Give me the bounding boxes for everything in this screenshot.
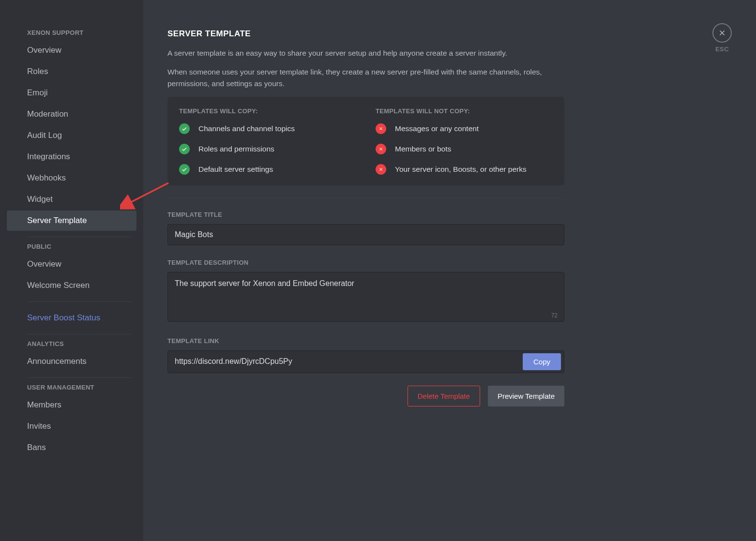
x-icon — [376, 123, 386, 134]
sidebar-item-webhooks[interactable]: Webhooks — [7, 168, 136, 188]
sidebar-divider — [27, 301, 132, 302]
sidebar-divider — [27, 377, 132, 378]
will-copy-item: Channels and channel topics — [179, 123, 356, 134]
sidebar-item-welcome-screen[interactable]: Welcome Screen — [7, 275, 136, 296]
page-description-2: When someone uses your server template l… — [167, 66, 564, 89]
sidebar-divider — [27, 237, 132, 237]
esc-label: ESC — [712, 45, 732, 53]
will-not-copy-text: Members or bots — [395, 145, 451, 153]
sidebar-item-moderation[interactable]: Moderation — [7, 104, 136, 124]
section-divider — [167, 198, 564, 198]
check-icon — [179, 164, 190, 175]
template-title-input[interactable] — [167, 224, 564, 245]
sidebar-header-user-management: USER MANAGEMENT — [7, 384, 136, 395]
delete-template-button[interactable]: Delete Template — [408, 386, 480, 406]
page-description-1: A server template is an easy way to shar… — [167, 47, 564, 59]
copy-info-box: TEMPLATES WILL COPY: Channels and channe… — [167, 97, 564, 185]
will-not-copy-item: Messages or any content — [376, 123, 553, 134]
sidebar-item-widget[interactable]: Widget — [7, 189, 136, 210]
sidebar-header-public: PUBLIC — [7, 243, 136, 254]
template-description-label: TEMPLATE DESCRIPTION — [167, 259, 564, 266]
sidebar-item-bans[interactable]: Bans — [7, 437, 136, 458]
template-title-label: TEMPLATE TITLE — [167, 211, 564, 218]
sidebar-item-integrations[interactable]: Integrations — [7, 147, 136, 167]
sidebar-item-announcements[interactable]: Announcements — [7, 351, 136, 372]
template-link-label: TEMPLATE LINK — [167, 337, 564, 345]
x-icon — [376, 164, 386, 175]
will-not-copy-item: Your server icon, Boosts, or other perks — [376, 164, 553, 175]
sidebar-item-server-template[interactable]: Server Template — [7, 210, 136, 231]
will-not-copy-text: Your server icon, Boosts, or other perks — [395, 165, 527, 174]
will-copy-header: TEMPLATES WILL COPY: — [179, 107, 356, 115]
x-icon — [376, 144, 386, 154]
will-not-copy-header: TEMPLATES WILL NOT COPY: — [376, 107, 553, 115]
action-row: Delete Template Preview Template — [167, 386, 564, 406]
template-link-input[interactable] — [175, 353, 523, 370]
will-copy-text: Default server settings — [198, 165, 273, 174]
sidebar-header-xenon-support: XENON SUPPORT — [7, 29, 136, 40]
sidebar-item-invites[interactable]: Invites — [7, 416, 136, 436]
sidebar-item-boost-status[interactable]: Server Boost Status — [7, 308, 136, 328]
close-area: ESC — [712, 23, 732, 53]
sidebar-item-overview[interactable]: Overview — [7, 40, 136, 60]
will-copy-text: Roles and permissions — [198, 145, 274, 153]
close-icon — [718, 29, 726, 37]
sidebar-item-emoji[interactable]: Emoji — [7, 83, 136, 103]
main-content: ESC SERVER TEMPLATE A server template is… — [143, 0, 756, 541]
sidebar-item-public-overview[interactable]: Overview — [7, 254, 136, 274]
will-copy-item: Default server settings — [179, 164, 356, 175]
sidebar-item-members[interactable]: Members — [7, 395, 136, 415]
close-button[interactable] — [712, 23, 732, 43]
sidebar-item-audit-log[interactable]: Audit Log — [7, 125, 136, 146]
check-icon — [179, 123, 190, 134]
sidebar-divider — [27, 334, 132, 334]
sidebar-header-analytics: ANALYTICS — [7, 340, 136, 351]
settings-sidebar: XENON SUPPORT Overview Roles Emoji Moder… — [0, 0, 143, 541]
copy-link-button[interactable]: Copy — [523, 353, 561, 370]
sidebar-item-roles[interactable]: Roles — [7, 61, 136, 82]
char-count: 72 — [551, 312, 558, 319]
will-copy-text: Channels and channel topics — [198, 124, 295, 133]
check-icon — [179, 144, 190, 154]
page-title: SERVER TEMPLATE — [167, 29, 564, 39]
will-not-copy-text: Messages or any content — [395, 124, 479, 133]
preview-template-button[interactable]: Preview Template — [488, 386, 564, 406]
template-link-row: Copy — [167, 350, 564, 373]
will-not-copy-item: Members or bots — [376, 144, 553, 154]
will-copy-item: Roles and permissions — [179, 144, 356, 154]
template-description-input[interactable] — [167, 272, 564, 322]
